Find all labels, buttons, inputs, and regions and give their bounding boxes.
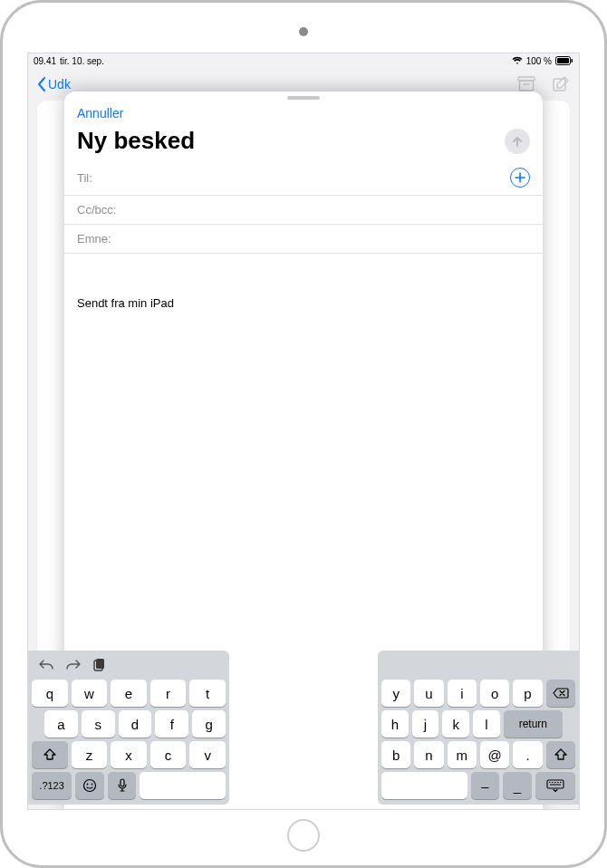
subject-input[interactable]: [117, 232, 530, 246]
subject-field-row[interactable]: Emne:: [64, 225, 543, 254]
key-space-left[interactable]: [140, 772, 226, 799]
key-b[interactable]: b: [381, 741, 410, 768]
key-w[interactable]: w: [72, 680, 108, 707]
battery-icon: [555, 56, 573, 65]
key-f[interactable]: f: [155, 710, 188, 738]
key-x[interactable]: x: [111, 741, 147, 768]
key-j[interactable]: j: [412, 710, 439, 738]
key-period[interactable]: .: [513, 741, 542, 768]
keyboard-right-half: y u i o p h j k l return b: [378, 651, 579, 805]
key-numbers[interactable]: .?123: [32, 772, 72, 799]
cancel-button[interactable]: Annuller: [77, 106, 123, 121]
signature-text: Sendt fra min iPad: [77, 296, 530, 310]
key-y[interactable]: y: [381, 680, 410, 707]
to-field-row[interactable]: Til:: [64, 160, 543, 196]
key-o[interactable]: o: [480, 680, 509, 707]
ipad-frame: 09.41 tir. 10. sep. 100 % Udk: [0, 0, 607, 868]
key-l[interactable]: l: [473, 710, 500, 738]
key-h[interactable]: h: [381, 710, 409, 738]
key-v[interactable]: v: [189, 741, 226, 768]
keyboard-left-half: q w e r t a s d f g z: [28, 651, 229, 805]
add-contact-button[interactable]: [510, 168, 530, 188]
cc-bcc-field-row[interactable]: Cc/bcc:: [64, 196, 543, 225]
nav-back-button[interactable]: Udk: [37, 77, 71, 92]
status-date: tir. 10. sep.: [60, 56, 104, 66]
key-backspace[interactable]: [546, 680, 575, 707]
key-u[interactable]: u: [414, 680, 443, 707]
archive-icon[interactable]: [517, 76, 535, 92]
plus-icon: [515, 172, 525, 183]
key-p[interactable]: p: [513, 680, 542, 707]
key-hide-keyboard[interactable]: [535, 772, 575, 799]
send-button[interactable]: [505, 129, 530, 154]
key-shift-right[interactable]: [546, 741, 575, 768]
shift-icon: [43, 748, 56, 761]
svg-rect-1: [557, 58, 569, 63]
keyboard-toolbar: [32, 654, 226, 676]
shift-icon: [554, 748, 567, 761]
keyboard-hide-icon: [546, 779, 564, 792]
microphone-icon: [117, 778, 128, 793]
key-e[interactable]: e: [111, 680, 147, 707]
key-at[interactable]: @: [480, 741, 509, 768]
key-d[interactable]: d: [119, 710, 152, 738]
front-camera: [299, 27, 308, 36]
key-return[interactable]: return: [504, 710, 563, 738]
key-underscore[interactable]: _: [503, 772, 532, 799]
undo-icon[interactable]: [39, 659, 53, 670]
chevron-left-icon: [37, 77, 46, 92]
svg-point-10: [87, 784, 89, 786]
svg-rect-2: [572, 59, 573, 63]
arrow-up-icon: [510, 134, 525, 149]
svg-point-11: [92, 784, 93, 786]
key-space-right[interactable]: [381, 772, 467, 799]
svg-point-9: [83, 780, 95, 792]
key-r[interactable]: r: [150, 680, 187, 707]
sheet-title: Ny besked: [77, 127, 195, 155]
svg-rect-4: [520, 81, 534, 91]
cc-bcc-label: Cc/bcc:: [77, 203, 116, 217]
to-input[interactable]: [98, 171, 505, 185]
backspace-icon: [553, 688, 569, 699]
key-c[interactable]: c: [150, 741, 187, 768]
status-bar: 09.41 tir. 10. sep. 100 %: [28, 53, 579, 68]
status-time: 09.41: [34, 56, 56, 66]
svg-rect-12: [120, 779, 124, 786]
key-t[interactable]: t: [189, 680, 226, 707]
key-m[interactable]: m: [448, 741, 477, 768]
key-dictation[interactable]: [108, 772, 137, 799]
key-a[interactable]: a: [44, 710, 78, 738]
redo-icon[interactable]: [66, 659, 81, 670]
compose-icon[interactable]: [552, 75, 570, 93]
cc-bcc-input[interactable]: [121, 203, 530, 217]
screen: 09.41 tir. 10. sep. 100 % Udk: [27, 53, 580, 810]
key-k[interactable]: k: [442, 710, 469, 738]
home-button[interactable]: [287, 819, 320, 852]
key-i[interactable]: i: [448, 680, 477, 707]
clipboard-icon[interactable]: [93, 658, 105, 671]
nav-back-label: Udk: [48, 77, 71, 92]
key-emoji[interactable]: [75, 772, 104, 799]
status-battery-text: 100 %: [526, 56, 552, 66]
key-dash[interactable]: –: [471, 772, 500, 799]
wifi-icon: [512, 56, 523, 65]
key-s[interactable]: s: [82, 710, 115, 738]
key-q[interactable]: q: [32, 680, 68, 707]
key-n[interactable]: n: [414, 741, 443, 768]
subject-label: Emne:: [77, 232, 111, 246]
key-shift-left[interactable]: [32, 741, 68, 768]
to-label: Til:: [77, 171, 92, 185]
emoji-icon: [82, 778, 97, 793]
key-z[interactable]: z: [72, 741, 108, 768]
key-g[interactable]: g: [192, 710, 226, 738]
